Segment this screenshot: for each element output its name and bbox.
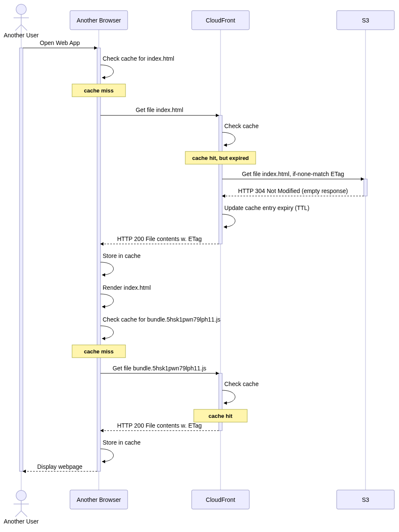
- note-cache-hit-expired-text: cache hit, but expired: [192, 155, 249, 161]
- actor-cloudfront-label-bottom: CloudFront: [206, 496, 235, 503]
- svg-point-16: [16, 490, 26, 501]
- actor-browser-label-bottom: Another Browser: [77, 496, 121, 503]
- msg-304: HTTP 304 Not Modified (empty response): [238, 188, 348, 194]
- svg-line-3: [15, 25, 21, 31]
- actor-browser-label: Another Browser: [77, 17, 121, 24]
- activation-s3: [364, 179, 367, 196]
- actor-s3-label-bottom: S3: [362, 496, 369, 503]
- msg-check-index: Check cache for index.html: [103, 55, 174, 62]
- actor-user-label: Another User: [4, 32, 39, 39]
- activation-user: [20, 48, 23, 471]
- activation-browser: [97, 48, 100, 471]
- msg-store-cache-1: Store in cache: [103, 252, 141, 259]
- msg-render-index: Render index.html: [103, 284, 151, 291]
- svg-line-19: [15, 511, 21, 517]
- note-cache-miss-1-text: cache miss: [84, 87, 114, 94]
- msg-get-bundle: Get file bundle.5hsk1pwn79lph11.js: [112, 365, 206, 372]
- actor-s3-top: S3: [337, 11, 394, 30]
- msg-cf-check-cache-2: Check cache: [224, 381, 259, 387]
- note-cache-miss-2-text: cache miss: [84, 348, 114, 355]
- activation-cloudfront-1: [219, 115, 222, 244]
- msg-cf-check-cache-1: Check cache: [224, 123, 259, 129]
- actor-browser-top: Another Browser: [70, 11, 128, 30]
- actor-cloudfront-bottom: CloudFront: [192, 490, 249, 509]
- msg-200-bundle: HTTP 200 File contents w. ETag: [117, 422, 202, 429]
- msg-200-index: HTTP 200 File contents w. ETag: [117, 235, 202, 242]
- actor-user-bottom: Another User: [4, 490, 39, 525]
- actor-s3-label: S3: [362, 17, 369, 24]
- msg-get-index: Get file index.html: [136, 106, 183, 113]
- note-cache-hit-text: cache hit: [209, 413, 233, 419]
- svg-line-4: [21, 25, 27, 31]
- msg-update-ttl: Update cache entry expiry (TTL): [224, 204, 310, 211]
- svg-line-20: [21, 511, 27, 517]
- msg-open-web-app: Open Web App: [40, 39, 80, 46]
- actor-cloudfront-top: CloudFront: [192, 11, 249, 30]
- actor-browser-bottom: Another Browser: [70, 490, 128, 509]
- actor-s3-bottom: S3: [337, 490, 394, 509]
- msg-check-bundle: Check cache for bundle.5hsk1pwn79lph11.j…: [103, 316, 220, 323]
- actor-user-top: Another User: [4, 4, 39, 39]
- sequence-diagram: Another User Another Browser CloudFront …: [0, 0, 399, 532]
- actor-user-label-bottom: Another User: [4, 518, 39, 525]
- msg-get-ifnonematch: Get file index.html, if-none-match ETag: [242, 171, 344, 177]
- msg-store-cache-2: Store in cache: [103, 439, 141, 446]
- svg-point-0: [16, 4, 26, 14]
- actor-cloudfront-label: CloudFront: [206, 17, 235, 24]
- msg-display: Display webpage: [37, 463, 83, 470]
